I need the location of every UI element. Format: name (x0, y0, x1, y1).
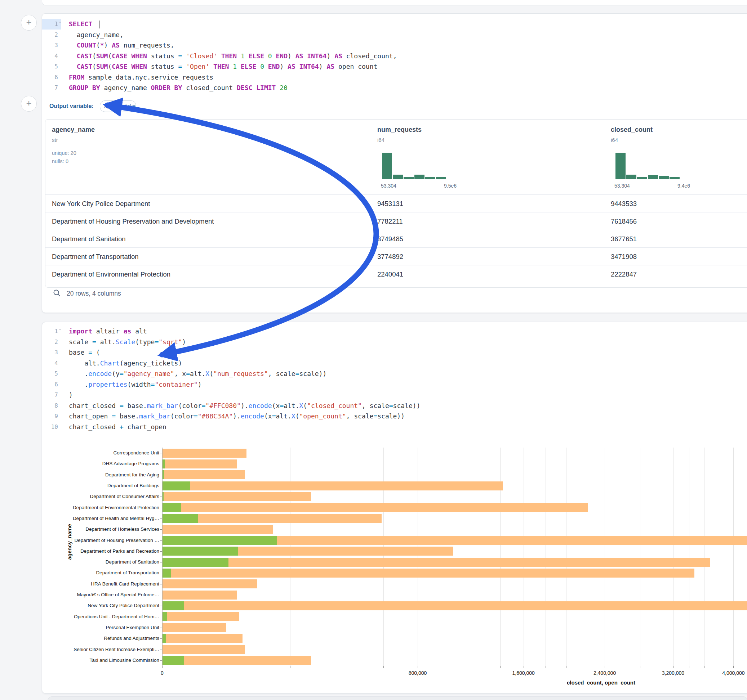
line-number: 2 (42, 30, 61, 40)
code-token (303, 52, 307, 60)
chart-gridline (640, 448, 640, 666)
y-axis-label: Department of Environmental Protection (42, 505, 159, 510)
column-header-closed-count[interactable]: closed_count (611, 126, 653, 134)
code-token: 1 (241, 52, 245, 60)
x-axis-tick-label: 4,000,000 (722, 670, 744, 676)
bar-open_count (162, 503, 181, 512)
code-token: ( (108, 52, 112, 60)
table-row: Department of Transportation377489234719… (45, 247, 747, 266)
code-token: CASE (112, 52, 127, 60)
code-token: ( (108, 63, 112, 70)
y-axis-label: HRA Benefit Card Replacement (42, 581, 159, 587)
code-token (69, 41, 77, 49)
histogram-bar (414, 175, 425, 180)
code-token (264, 63, 268, 70)
code-token (245, 52, 249, 60)
y-axis-label: Refunds and Adjustments (42, 635, 159, 641)
output-variable-pill[interactable]: agency_tickets (100, 101, 136, 112)
code-token (272, 52, 276, 60)
code-text: agency_name, (61, 30, 124, 40)
add-cell-button-top[interactable]: + (21, 15, 37, 31)
code-token (217, 52, 221, 60)
x-axis-tick-label: 0 (161, 670, 163, 676)
bar-closed_count (162, 459, 237, 468)
histogram-bar (382, 153, 392, 180)
code-token: THEN (213, 63, 229, 70)
code-line[interactable]: 1⌄SELECT (42, 19, 747, 30)
bar-closed_count (162, 569, 694, 578)
bar-closed_count (162, 623, 226, 632)
bar-closed_count (162, 656, 311, 665)
code-token: = (178, 52, 182, 60)
text-cursor (99, 21, 100, 29)
histogram-bar (404, 177, 414, 180)
code-line[interactable]: 3 COUNT(*) AS num_requests, (42, 40, 747, 51)
code-token: ORDER BY (151, 84, 182, 92)
line-number: 5 (42, 61, 61, 72)
num-requests-hist-max: 9.5e6 (392, 183, 457, 189)
sql-code-editor[interactable]: 1⌄SELECT 2 agency_name,3 COUNT(*) AS num… (42, 19, 747, 93)
column-type-num-requests: i64 (377, 137, 384, 143)
code-line[interactable]: 7GROUP BY agency_name ORDER BY closed_co… (42, 83, 747, 93)
cell-num-requests: 3774892 (377, 253, 403, 261)
code-token (92, 20, 96, 28)
output-variable-label: Output variable: (49, 103, 94, 109)
cell-num-requests: 2240041 (377, 270, 403, 278)
output-variable-row: Output variable: agency_tickets (42, 97, 747, 116)
code-line[interactable]: 5 CAST(SUM(CASE WHEN status = 'Open' THE… (42, 61, 747, 72)
code-token: COUNT (77, 41, 96, 49)
bar-closed_count (162, 481, 503, 490)
column-header-num-requests[interactable]: num_requests (377, 126, 422, 134)
column-header-agency-name[interactable]: agency_name (52, 126, 95, 134)
histogram-bar (670, 177, 680, 180)
code-token: AS (112, 41, 119, 49)
add-cell-button-output[interactable]: + (21, 96, 37, 112)
num-requests-histogram (382, 152, 447, 180)
search-icon[interactable] (53, 289, 61, 297)
code-token: GROUP BY (69, 84, 100, 92)
code-token: agency_name (100, 84, 151, 92)
bar-closed_count (162, 601, 747, 610)
altair-chart: 0800,0001,600,0002,400,0003,200,0004,000… (42, 322, 747, 693)
fold-chevron-icon[interactable]: ⌄ (59, 19, 61, 24)
code-token: * (100, 41, 104, 49)
code-token: sample_data.nyc.service_requests (84, 74, 213, 81)
histogram-bar (637, 177, 647, 180)
code-token: THEN (221, 52, 237, 60)
line-number: 3 (42, 40, 61, 51)
table-row-count: 20 rows, 4 columns (67, 290, 121, 297)
code-token: ) (287, 52, 295, 60)
bar-open_count (162, 514, 198, 523)
cell-closed-count: 7618456 (611, 217, 637, 225)
code-token (295, 63, 299, 70)
bar-open_count (162, 634, 166, 643)
code-token: ELSE (249, 52, 264, 60)
code-token: INT64 (299, 63, 319, 70)
code-line[interactable]: 4 CAST(SUM(CASE WHEN status = 'Closed' T… (42, 51, 747, 62)
code-token (127, 52, 132, 60)
chart-gridline (673, 448, 673, 666)
y-axis-label: Department of Buildings (42, 483, 159, 488)
bar-closed_count (162, 558, 710, 567)
code-token: status (147, 63, 178, 70)
code-token (237, 52, 241, 60)
code-token (69, 63, 77, 70)
sql-cell: 1⌄SELECT 2 agency_name,3 COUNT(*) AS num… (42, 13, 747, 313)
cell-agency-name: Department of Sanitation (52, 235, 126, 243)
code-line[interactable]: 6FROM sample_data.nyc.service_requests (42, 72, 747, 83)
chart-gridline (290, 448, 290, 666)
histogram-bar (393, 175, 403, 180)
histogram-bar (659, 176, 669, 180)
code-token (229, 63, 233, 70)
code-token: ) (327, 52, 334, 60)
y-axis-label: Mayorâ€ s Office of Special Enforce… (42, 592, 159, 597)
y-axis-label: Department for the Aging (42, 472, 159, 477)
y-axis-title: agency_name (66, 524, 73, 560)
code-token: ) (319, 63, 327, 70)
y-axis-label: DHS Advantage Programs (42, 461, 159, 466)
column-unique-count: unique: 20 (52, 150, 76, 156)
bar-open_count (162, 459, 165, 468)
x-axis-title: closed_count, open_count (567, 679, 635, 686)
code-line[interactable]: 2 agency_name, (42, 30, 747, 40)
code-token: FROM (69, 74, 84, 81)
